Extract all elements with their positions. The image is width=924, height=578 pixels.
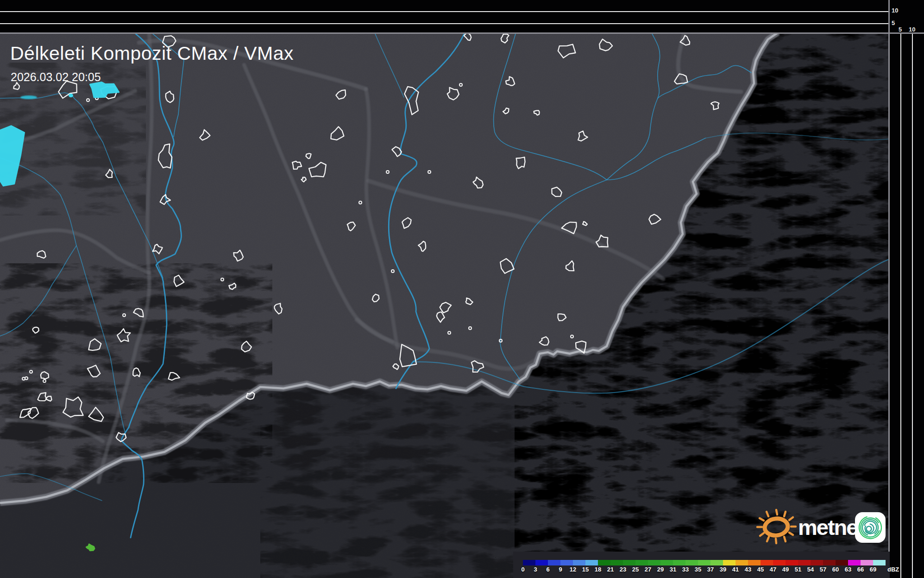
- legend-color-cell: [786, 560, 798, 565]
- metnet-spiral-icon: [855, 512, 886, 543]
- right-profile-panel: [890, 0, 924, 578]
- legend-tick-label: 25: [632, 566, 639, 573]
- legend-tick-label: 12: [570, 566, 576, 573]
- legend-unit-label: dBZ: [887, 566, 899, 573]
- legend-color-cell: [573, 560, 585, 565]
- legend-tick-label: 41: [732, 566, 739, 573]
- legend-tick-label: 37: [707, 566, 714, 573]
- legend-tick-label: 69: [870, 566, 876, 573]
- legend-color-cell: [710, 560, 723, 565]
- legend-tick-label: 51: [795, 566, 801, 573]
- height-scale-label-10: 10: [892, 7, 898, 13]
- height-scale-label-5: 5: [892, 20, 895, 26]
- legend-color-cell: [773, 560, 786, 565]
- legend-tick-label: 21: [607, 566, 614, 573]
- legend-color-cell: [598, 560, 610, 565]
- legend-color-cell: [623, 560, 635, 565]
- legend-color-cell: [723, 560, 735, 565]
- legend-tick-label: 66: [857, 566, 864, 573]
- panel-separator-vertical: [888, 0, 890, 578]
- radar-map-canvas: [0, 34, 888, 578]
- page-title: Délkeleti Kompozit CMax / VMax: [10, 43, 294, 64]
- right-profile-gridline-5km: [900, 34, 901, 578]
- legend-color-cell: [748, 560, 761, 565]
- legend-tick-label: 29: [657, 566, 664, 573]
- legend-tick-label: 9: [559, 566, 562, 573]
- legend-tick-label: 49: [782, 566, 789, 573]
- legend-tick-label: 0: [521, 566, 524, 573]
- legend-tick-label: 27: [645, 566, 651, 573]
- metnet-sun-icon: [754, 507, 798, 546]
- legend-tick-label: 54: [807, 566, 814, 573]
- metnet-logo-text: metnet: [798, 514, 864, 540]
- legend-tick-label: 45: [757, 566, 764, 573]
- legend-color-cell: [861, 560, 873, 565]
- legend-color-cell: [660, 560, 673, 565]
- legend-color-bar: [523, 560, 886, 565]
- legend-color-cell: [535, 560, 548, 565]
- radar-viewer-page: { "header": { "title": "Délkeleti Kompoz…: [0, 0, 924, 578]
- legend-tick-label: 18: [595, 566, 601, 573]
- legend-tick-label: 63: [845, 566, 851, 573]
- legend-color-cell: [761, 560, 773, 565]
- legend-tick-label: 57: [820, 566, 826, 573]
- legend-tick-label: 15: [582, 566, 589, 573]
- legend-color-cell: [848, 560, 861, 565]
- legend-color-cell: [698, 560, 710, 565]
- legend-color-cell: [523, 560, 535, 565]
- legend-color-cell: [560, 560, 573, 565]
- legend-color-cell: [685, 560, 698, 565]
- top-profile-gridline-10km: [0, 11, 890, 12]
- legend-tick-label: 23: [620, 566, 626, 573]
- reflectivity-legend: 0369121518212325272931333537394143454749…: [513, 552, 890, 578]
- legend-color-cell: [548, 560, 560, 565]
- legend-tick-label: 3: [534, 566, 537, 573]
- legend-color-cell: [873, 560, 886, 565]
- radar-echo: [20, 95, 37, 99]
- legend-color-cell: [585, 560, 598, 565]
- legend-color-cell: [811, 560, 823, 565]
- legend-tick-label: 39: [720, 566, 726, 573]
- legend-color-cell: [648, 560, 660, 565]
- legend-color-cell: [735, 560, 748, 565]
- radar-map: [0, 34, 888, 578]
- height-scale-label-h10: 10: [909, 26, 915, 32]
- timestamp: 2026.03.02 20:05: [11, 70, 101, 84]
- legend-color-cell: [635, 560, 648, 565]
- terrain-grain: [0, 34, 888, 578]
- legend-tick-label: 35: [695, 566, 701, 573]
- legend-color-cell: [610, 560, 623, 565]
- legend-color-cell: [836, 560, 848, 565]
- legend-tick-label: 60: [832, 566, 839, 573]
- legend-tick-label: 31: [670, 566, 676, 573]
- top-profile-panel: [0, 0, 924, 33]
- metnet-logo[interactable]: metnet: [754, 504, 889, 547]
- legend-tick-label: 6: [546, 566, 549, 573]
- height-scale-label-h5: 5: [899, 26, 902, 32]
- right-profile-gridline-10km: [912, 34, 913, 578]
- top-profile-gridline-5km: [0, 23, 890, 24]
- radar-echo: [69, 94, 73, 97]
- legend-tick-label: 33: [682, 566, 689, 573]
- legend-color-cell: [823, 560, 836, 565]
- legend-tick-label: 47: [770, 566, 776, 573]
- legend-tick-label: 43: [745, 566, 751, 573]
- legend-color-cell: [798, 560, 811, 565]
- legend-color-cell: [673, 560, 685, 565]
